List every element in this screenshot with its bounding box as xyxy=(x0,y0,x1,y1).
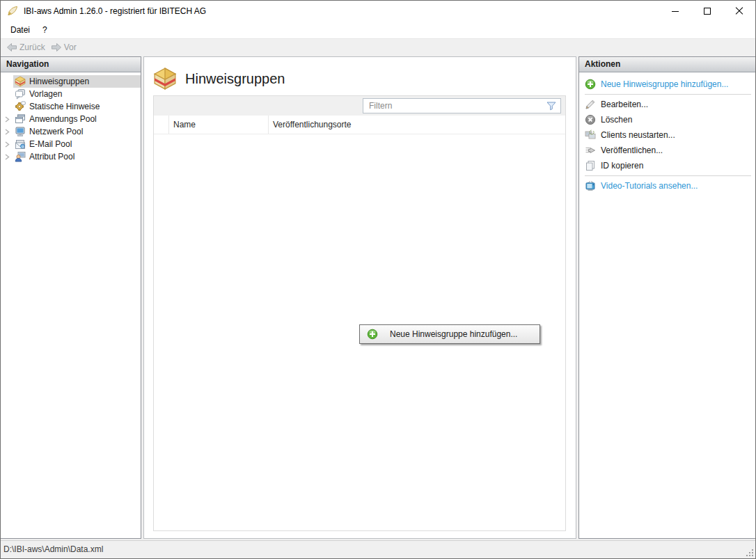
copy-id-icon xyxy=(585,160,596,171)
action-label: Video-Tutorials ansehen... xyxy=(601,181,698,191)
resize-grip-icon[interactable] xyxy=(746,549,754,557)
nav-item-attribut-pool[interactable]: Attribut Pool xyxy=(1,150,141,163)
forward-arrow-icon xyxy=(51,42,62,53)
close-icon xyxy=(735,7,743,15)
back-button[interactable]: Zurück xyxy=(3,39,48,55)
svg-text:@: @ xyxy=(21,145,24,148)
restart-clients-icon xyxy=(585,129,596,141)
back-label: Zurück xyxy=(19,42,45,52)
action-add-notice-group[interactable]: Neue Hinweisgruppe hinzufügen... xyxy=(585,77,753,92)
add-notice-group-button[interactable]: Neue Hinweisgruppe hinzufügen... xyxy=(359,324,540,344)
close-button[interactable] xyxy=(723,1,755,22)
menu-help[interactable]: ? xyxy=(36,22,54,38)
action-bearbeiten[interactable]: Bearbeiten... xyxy=(585,97,753,112)
action-label: Löschen xyxy=(601,115,632,125)
action-loeschen[interactable]: Löschen xyxy=(585,112,753,127)
network-pool-icon xyxy=(15,126,26,137)
forward-label: Vor xyxy=(64,42,77,52)
templates-icon xyxy=(15,88,26,100)
filter-band xyxy=(154,96,565,116)
notice-groups-icon xyxy=(15,76,26,87)
publish-icon xyxy=(585,145,596,156)
nav-item-anwendungs-pool[interactable]: Anwendungs Pool xyxy=(1,113,141,125)
nav-item-netzwerk-pool[interactable]: Netzwerk Pool xyxy=(1,125,141,138)
action-label: Veröffentlichen... xyxy=(601,145,663,155)
action-list: Neue Hinweisgruppe hinzufügen... Bearbei… xyxy=(579,72,755,194)
expand-chevron-icon[interactable] xyxy=(1,113,13,125)
separator xyxy=(585,175,751,176)
action-video-tutorials[interactable]: Video-Tutorials ansehen... xyxy=(585,178,753,194)
column-header-name[interactable]: Name xyxy=(169,116,269,134)
maximize-icon xyxy=(704,8,711,15)
title-bar: IBI-aws Admin 1.26.0 - registriert für I… xyxy=(1,1,755,22)
action-label: Clients neustarten... xyxy=(601,130,675,140)
notice-groups-list: Name Veröffentlichungsorte xyxy=(153,95,566,531)
maximize-button[interactable] xyxy=(691,1,723,22)
expand-chevron-icon[interactable] xyxy=(1,150,13,163)
application-pool-icon xyxy=(15,113,26,125)
nav-label: Hinweisgruppen xyxy=(29,77,89,86)
nav-item-vorlagen[interactable]: Vorlagen xyxy=(1,88,141,100)
toolbar: Zurück Vor xyxy=(1,38,755,55)
nav-label: Vorlagen xyxy=(29,89,62,99)
data-file-path: D:\IBI-aws\Admin\Data.xml xyxy=(3,541,103,558)
column-header-veroeffentlichungsorte[interactable]: Veröffentlichungsorte xyxy=(269,116,565,134)
minimize-icon xyxy=(672,11,679,12)
add-icon xyxy=(585,79,596,90)
expand-chevron-icon[interactable] xyxy=(1,138,13,150)
nav-item-hinweisgruppen[interactable]: Hinweisgruppen xyxy=(1,75,141,88)
nav-label: Netzwerk Pool xyxy=(29,127,83,136)
actions-panel: Aktionen Neue Hinweisgruppe hinzufügen..… xyxy=(578,56,756,539)
action-id-kopieren[interactable]: ID kopieren xyxy=(585,158,753,173)
menu-datei[interactable]: Datei xyxy=(4,22,36,38)
status-bar: D:\IBI-aws\Admin\Data.xml xyxy=(1,540,755,558)
nav-item-statische-hinweise[interactable]: Statische Hinweise xyxy=(1,100,141,113)
action-label: Bearbeiten... xyxy=(601,100,648,109)
notice-groups-large-icon xyxy=(153,67,177,90)
forward-button[interactable]: Vor xyxy=(48,39,79,55)
column-header-select xyxy=(154,116,169,134)
menu-bar: Datei ? xyxy=(1,22,755,38)
action-label: ID kopieren xyxy=(601,161,643,171)
spacer xyxy=(1,100,13,113)
add-notice-group-button-label: Neue Hinweisgruppe hinzufügen... xyxy=(390,329,517,339)
filter-input[interactable] xyxy=(363,99,546,113)
separator xyxy=(585,94,751,95)
delete-icon xyxy=(585,114,596,125)
video-tutorials-icon xyxy=(585,180,596,191)
navigation-panel: Navigation Hinweisgruppen xyxy=(1,56,141,539)
app-window: IBI-aws Admin 1.26.0 - registriert für I… xyxy=(0,0,756,559)
spacer xyxy=(1,75,13,88)
nav-label: E-Mail Pool xyxy=(29,139,72,149)
actions-header: Aktionen xyxy=(579,57,755,72)
add-icon xyxy=(367,329,378,340)
spacer xyxy=(1,88,13,100)
nav-item-email-pool[interactable]: @ E-Mail Pool xyxy=(1,138,141,150)
window-title: IBI-aws Admin 1.26.0 - registriert für I… xyxy=(24,6,206,16)
minimize-button[interactable] xyxy=(659,1,691,22)
static-notices-icon xyxy=(15,101,26,112)
filter-funnel-icon[interactable] xyxy=(546,100,557,111)
pencil-icon xyxy=(585,99,596,110)
nav-label: Statische Hinweise xyxy=(29,102,100,111)
main-panel: Hinweisgruppen Name Veröffentlichungsort… xyxy=(143,56,576,539)
action-veroeffentlichen[interactable]: Veröffentlichen... xyxy=(585,143,753,158)
back-arrow-icon xyxy=(6,42,17,53)
filter-box xyxy=(363,98,561,113)
main-header: Hinweisgruppen xyxy=(153,67,285,90)
navigation-header: Navigation xyxy=(1,57,141,72)
action-clients-neustarten[interactable]: Clients neustarten... xyxy=(585,127,753,143)
page-title: Hinweisgruppen xyxy=(185,71,285,87)
navigation-tree: Hinweisgruppen Vorlagen xyxy=(1,72,141,163)
email-pool-icon: @ xyxy=(15,139,26,150)
nav-label: Attribut Pool xyxy=(29,152,74,162)
app-quill-icon xyxy=(7,6,18,17)
attribute-pool-icon xyxy=(15,151,26,162)
nav-label: Anwendungs Pool xyxy=(29,114,97,124)
table-header-row: Name Veröffentlichungsorte xyxy=(154,116,565,134)
expand-chevron-icon[interactable] xyxy=(1,125,13,138)
action-label: Neue Hinweisgruppe hinzufügen... xyxy=(601,79,728,89)
